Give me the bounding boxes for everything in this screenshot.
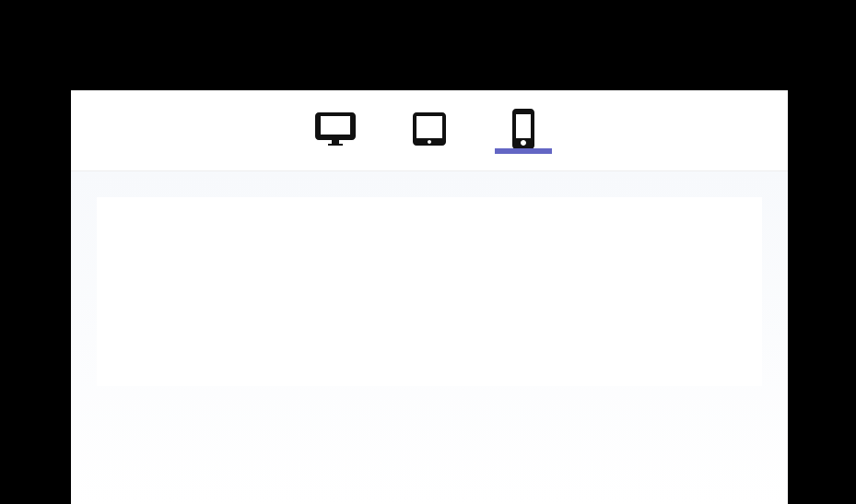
active-indicator — [495, 148, 552, 154]
tablet-button[interactable] — [407, 109, 451, 153]
preview-frame — [97, 197, 762, 386]
app-window — [71, 90, 788, 504]
canvas-area — [71, 171, 788, 504]
mobile-button[interactable] — [501, 109, 545, 153]
desktop-icon — [313, 107, 358, 155]
device-toolbar — [71, 90, 788, 171]
desktop-button[interactable] — [313, 109, 358, 153]
tablet-icon — [407, 107, 451, 155]
